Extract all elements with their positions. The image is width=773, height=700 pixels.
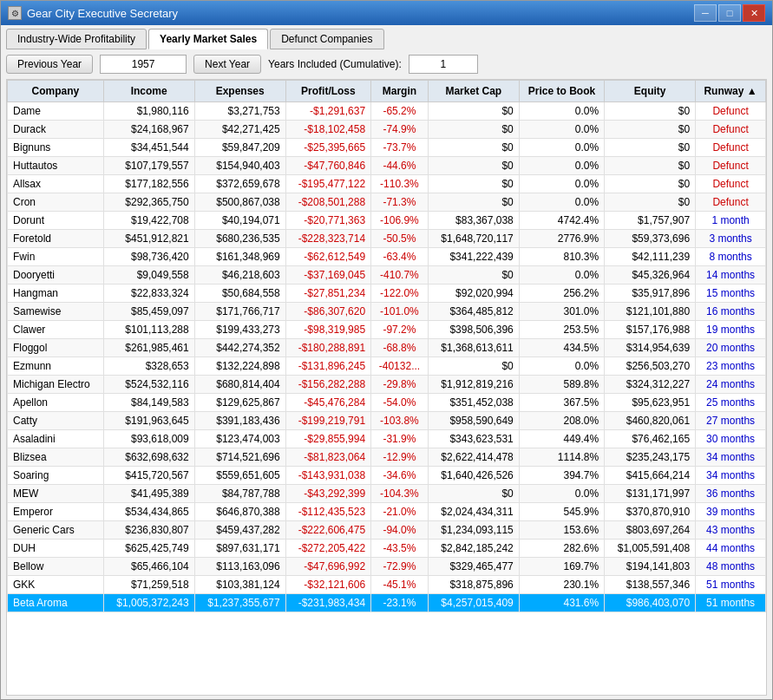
cell-equity: $1,757,907 xyxy=(605,212,696,230)
col-header-price-to-book: Price to Book xyxy=(519,81,604,102)
tab-bar: Industry-Wide Profitability Yearly Marke… xyxy=(6,29,767,49)
maximize-button[interactable]: □ xyxy=(718,4,741,22)
cell-equity: $76,462,165 xyxy=(605,430,696,448)
cell-company: GKK xyxy=(8,576,104,594)
cell-income: $65,466,104 xyxy=(103,558,194,576)
cell-margin: -73.7% xyxy=(371,139,429,157)
tab-yearly-market-sales[interactable]: Yearly Market Sales xyxy=(148,29,268,49)
cell-margin: -31.9% xyxy=(371,430,429,448)
cell-expenses: $59,847,209 xyxy=(194,139,285,157)
cell-margin: -104.3% xyxy=(371,485,429,503)
cell-runway: 44 months xyxy=(696,540,766,558)
cell-expenses: $680,814,404 xyxy=(194,376,285,394)
cell-expenses: $129,625,867 xyxy=(194,394,285,412)
cell-market-cap: $1,640,426,526 xyxy=(428,467,519,485)
cell-expenses: $897,631,171 xyxy=(194,540,285,558)
cell-equity: $157,176,988 xyxy=(605,321,696,339)
cell-margin: -50.5% xyxy=(371,230,429,248)
cell-income: $415,720,567 xyxy=(103,467,194,485)
cell-runway: 43 months xyxy=(696,521,766,540)
cell-company: Blizsea xyxy=(8,448,104,467)
tab-industry-profitability[interactable]: Industry-Wide Profitability xyxy=(6,29,147,49)
cell-price-to-book: 0.0% xyxy=(519,193,604,212)
cell-margin: -122.0% xyxy=(371,285,429,303)
title-bar: ⚙ Gear City Executive Secretary ─ □ ✕ xyxy=(1,1,772,25)
cell-price-to-book: 1114.8% xyxy=(519,448,604,467)
cell-profit: -$156,282,288 xyxy=(285,376,370,394)
cell-expenses: $113,163,096 xyxy=(194,558,285,576)
cell-profit: -$112,435,523 xyxy=(285,503,370,521)
table-row: Apellon $84,149,583 $129,625,867 -$45,47… xyxy=(8,394,766,412)
cell-profit: -$131,896,245 xyxy=(285,357,370,376)
cell-income: $85,459,097 xyxy=(103,303,194,321)
cell-margin: -45.1% xyxy=(371,576,429,594)
cell-company: Bignuns xyxy=(8,139,104,157)
cell-market-cap: $0 xyxy=(428,121,519,139)
cell-equity: $256,503,270 xyxy=(605,357,696,376)
cell-margin: -101.0% xyxy=(371,303,429,321)
cell-price-to-book: 589.8% xyxy=(519,376,604,394)
cell-runway: Defunct xyxy=(696,102,766,121)
cell-runway: Defunct xyxy=(696,193,766,212)
cell-expenses: $123,474,003 xyxy=(194,430,285,448)
cell-price-to-book: 282.6% xyxy=(519,540,604,558)
cell-price-to-book: 0.0% xyxy=(519,175,604,193)
cell-margin: -40132... xyxy=(371,357,429,376)
prev-year-button[interactable]: Previous Year xyxy=(6,55,93,74)
cell-market-cap: $1,912,819,216 xyxy=(428,376,519,394)
table-row: DUH $625,425,749 $897,631,171 -$272,205,… xyxy=(8,540,766,558)
cell-equity: $0 xyxy=(605,121,696,139)
cell-equity: $0 xyxy=(605,175,696,193)
cell-equity: $235,243,175 xyxy=(605,448,696,467)
tab-defunct-companies[interactable]: Defunct Companies xyxy=(270,29,383,49)
table-row: MEW $41,495,389 $84,787,788 -$43,292,399… xyxy=(8,485,766,503)
cell-market-cap: $4,257,015,409 xyxy=(428,594,519,612)
cell-price-to-book: 367.5% xyxy=(519,394,604,412)
cell-margin: -410.7% xyxy=(371,266,429,285)
cell-income: $632,698,632 xyxy=(103,448,194,467)
cell-equity: $324,312,227 xyxy=(605,376,696,394)
cell-equity: $42,111,239 xyxy=(605,248,696,266)
cell-income: $261,985,461 xyxy=(103,339,194,357)
cell-runway: 1 month xyxy=(696,212,766,230)
window-title: Gear City Executive Secretary xyxy=(27,7,178,20)
close-button[interactable]: ✕ xyxy=(743,4,765,22)
cell-expenses: $500,867,038 xyxy=(194,193,285,212)
table-row: Dame $1,980,116 $3,271,753 -$1,291,637 -… xyxy=(8,102,766,121)
cell-company: Clawer xyxy=(8,321,104,339)
cell-margin: -103.8% xyxy=(371,412,429,430)
col-header-runway[interactable]: Runway ▲ xyxy=(696,81,766,102)
cell-margin: -110.3% xyxy=(371,175,429,193)
cell-market-cap: $0 xyxy=(428,485,519,503)
cell-company: Michigan Electro xyxy=(8,376,104,394)
cell-expenses: $646,870,388 xyxy=(194,503,285,521)
cell-equity: $59,373,696 xyxy=(605,230,696,248)
table-row: Floggol $261,985,461 $442,274,352 -$180,… xyxy=(8,339,766,357)
cell-company: Asaladini xyxy=(8,430,104,448)
cell-market-cap: $0 xyxy=(428,193,519,212)
cell-company: Catty xyxy=(8,412,104,430)
cell-margin: -12.9% xyxy=(371,448,429,467)
cell-price-to-book: 0.0% xyxy=(519,357,604,376)
main-window: ⚙ Gear City Executive Secretary ─ □ ✕ In… xyxy=(0,0,773,700)
cell-price-to-book: 253.5% xyxy=(519,321,604,339)
cell-expenses: $3,271,753 xyxy=(194,102,285,121)
table-row: Blizsea $632,698,632 $714,521,696 -$81,8… xyxy=(8,448,766,467)
year-input[interactable] xyxy=(100,55,187,74)
cell-equity: $131,171,997 xyxy=(605,485,696,503)
next-year-button[interactable]: Next Year xyxy=(193,55,261,74)
cell-market-cap: $2,842,185,242 xyxy=(428,540,519,558)
cell-equity: $95,623,951 xyxy=(605,394,696,412)
app-icon: ⚙ xyxy=(8,6,22,20)
cell-income: $328,653 xyxy=(103,357,194,376)
cell-equity: $0 xyxy=(605,102,696,121)
years-included-input[interactable] xyxy=(409,55,478,74)
cell-market-cap: $2,622,414,478 xyxy=(428,448,519,467)
table-row: Generic Cars $236,830,807 $459,437,282 -… xyxy=(8,521,766,540)
cell-profit: -$47,760,846 xyxy=(285,157,370,175)
table-row: Emperor $534,434,865 $646,870,388 -$112,… xyxy=(8,503,766,521)
minimize-button[interactable]: ─ xyxy=(694,4,717,22)
cell-expenses: $103,381,124 xyxy=(194,576,285,594)
cell-price-to-book: 431.6% xyxy=(519,594,604,612)
table-row: Catty $191,963,645 $391,183,436 -$199,21… xyxy=(8,412,766,430)
